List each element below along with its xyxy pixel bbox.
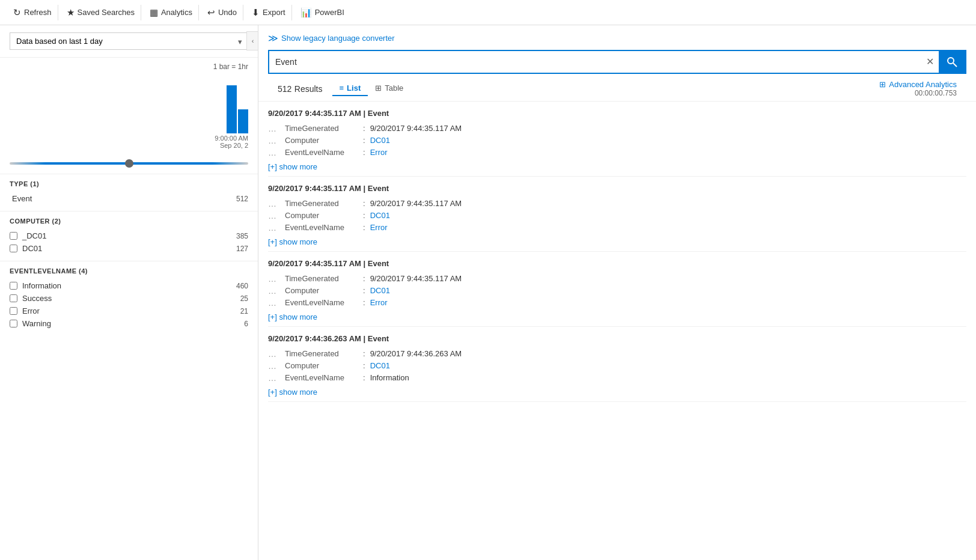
result-value-link[interactable]: DC01: [370, 361, 390, 370]
result-key: Computer: [285, 136, 363, 145]
collapse-panel-button[interactable]: ‹: [246, 31, 258, 50]
ellipsis-icon: …: [268, 349, 280, 359]
facet-label: Event: [12, 194, 236, 203]
result-value-link[interactable]: DC01: [370, 286, 390, 295]
show-more-link-3[interactable]: [+] show more: [268, 312, 317, 321]
star-icon: ★: [67, 7, 75, 18]
facet-count: 6: [244, 320, 248, 328]
facet-row: Warning 6: [10, 317, 248, 330]
result-row: … Computer : DC01: [268, 285, 966, 297]
result-item: 9/20/2017 9:44:35.117 AM | Event … TimeG…: [268, 177, 966, 252]
facet-eventlevelname: EVENTLEVELNAME (4) Information 460 Succe…: [0, 261, 258, 336]
result-key: TimeGenerated: [285, 199, 363, 208]
time-range-select[interactable]: Data based on last 1 day Data based on l…: [10, 32, 248, 50]
result-value-link[interactable]: DC01: [370, 211, 390, 220]
result-row: … EventLevelName : Error: [268, 147, 966, 159]
search-input[interactable]: [269, 52, 921, 72]
search-bar-container: ✕: [268, 50, 966, 74]
time-range-slider[interactable]: [10, 162, 248, 165]
result-row: … TimeGenerated : 9/20/2017 9:44:36.263 …: [268, 348, 966, 360]
result-key: TimeGenerated: [285, 124, 363, 133]
show-more-link-2[interactable]: [+] show more: [268, 237, 317, 246]
main-layout: ‹ Data based on last 1 day Data based on…: [0, 25, 976, 560]
result-row: … Computer : DC01: [268, 360, 966, 372]
undo-icon: ↩: [207, 7, 215, 18]
result-value-link[interactable]: Error: [370, 298, 388, 307]
chart-bar-tall[interactable]: [227, 85, 237, 133]
result-value-link[interactable]: Error: [370, 223, 388, 232]
tab-list[interactable]: ≡ List: [332, 81, 368, 96]
search-icon: [946, 56, 958, 68]
facet-error-checkbox[interactable]: [10, 307, 17, 315]
result-row: … TimeGenerated : 9/20/2017 9:44:35.117 …: [268, 123, 966, 135]
facet-label: Information: [22, 281, 236, 290]
undo-button[interactable]: ↩ Undo: [201, 5, 243, 20]
ellipsis-icon: …: [268, 136, 280, 145]
chart-container: [10, 73, 248, 133]
powerbi-button[interactable]: 📊 PowerBI: [294, 5, 350, 20]
ellipsis-icon: …: [268, 211, 280, 221]
result-key: Computer: [285, 211, 363, 220]
facet-dc01-checkbox[interactable]: [10, 232, 17, 240]
ellipsis-icon: …: [268, 373, 280, 383]
tab-table[interactable]: ⊞ Table: [368, 81, 410, 96]
refresh-button[interactable]: ↻ Refresh: [7, 5, 58, 20]
ellipsis-icon: …: [268, 199, 280, 208]
search-header: ≫ Show legacy language converter ✕: [258, 25, 976, 101]
result-header: 9/20/2017 9:44:35.117 AM | Event: [268, 259, 966, 268]
facet-information-checkbox[interactable]: [10, 282, 17, 290]
query-time: 00:00:00.753: [879, 89, 957, 97]
result-value-link[interactable]: Error: [370, 148, 388, 157]
result-key: EventLevelName: [285, 148, 363, 157]
search-clear-button[interactable]: ✕: [921, 57, 939, 67]
ellipsis-icon: …: [268, 298, 280, 308]
result-header: 9/20/2017 9:44:35.117 AM | Event: [268, 109, 966, 118]
ellipsis-icon: …: [268, 124, 280, 133]
result-value: 9/20/2017 9:44:35.117 AM: [370, 274, 462, 283]
result-key: TimeGenerated: [285, 349, 363, 358]
ellipsis-icon: …: [268, 274, 280, 284]
toolbar: ↻ Refresh ★ Saved Searches ▦ Analytics ↩…: [0, 0, 976, 25]
result-value: 9/20/2017 9:44:35.117 AM: [370, 124, 462, 133]
advanced-analytics-icon: ⊞: [879, 80, 886, 89]
facet-label: Success: [22, 294, 240, 303]
facet-success-checkbox[interactable]: [10, 294, 17, 302]
svg-line-1: [953, 63, 957, 67]
ellipsis-icon: …: [268, 148, 280, 157]
facet-computer: COMPUTER (2) _DC01 385 DC01 127: [0, 211, 258, 261]
result-value-link[interactable]: DC01: [370, 136, 390, 145]
facet-label: DC01: [22, 244, 236, 253]
facet-row: Error 21: [10, 305, 248, 317]
result-key: EventLevelName: [285, 373, 363, 382]
search-go-button[interactable]: [939, 51, 965, 73]
facet-label: Error: [22, 306, 240, 315]
range-container: [0, 153, 258, 174]
ellipsis-icon: …: [268, 361, 280, 371]
facet-label: Warning: [22, 319, 244, 328]
facet-dc01-2-checkbox[interactable]: [10, 245, 17, 252]
facet-row: DC01 127: [10, 242, 248, 255]
result-row: … EventLevelName : Error: [268, 222, 966, 234]
result-key: EventLevelName: [285, 223, 363, 232]
export-button[interactable]: ⬇ Export: [246, 5, 292, 20]
result-header: 9/20/2017 9:44:35.117 AM | Event: [268, 184, 966, 193]
time-select-container: Data based on last 1 day Data based on l…: [0, 25, 258, 58]
facet-label: _DC01: [22, 231, 236, 240]
bar-scale-label: 1 bar = 1hr: [10, 62, 248, 71]
legacy-converter-link[interactable]: ≫ Show legacy language converter: [268, 32, 966, 44]
saved-searches-button[interactable]: ★ Saved Searches: [61, 5, 141, 20]
show-more-link-1[interactable]: [+] show more: [268, 162, 317, 171]
facet-count: 460: [236, 282, 248, 290]
show-more-link-4[interactable]: [+] show more: [268, 388, 317, 397]
analytics-icon: ▦: [150, 7, 158, 18]
result-row: … TimeGenerated : 9/20/2017 9:44:35.117 …: [268, 273, 966, 285]
chart-bar-medium[interactable]: [238, 109, 248, 133]
tab-group: ≡ List ⊞ Table: [332, 81, 411, 96]
result-item: 9/20/2017 9:44:35.117 AM | Event … TimeG…: [268, 252, 966, 327]
advanced-analytics-button[interactable]: ⊞ Advanced Analytics: [879, 80, 957, 89]
right-panel: ≫ Show legacy language converter ✕: [258, 25, 976, 560]
result-header: 9/20/2017 9:44:36.263 AM | Event: [268, 334, 966, 343]
analytics-button[interactable]: ▦ Analytics: [144, 5, 199, 20]
facet-warning-checkbox[interactable]: [10, 320, 17, 327]
results-list: 9/20/2017 9:44:35.117 AM | Event … TimeG…: [258, 101, 976, 560]
